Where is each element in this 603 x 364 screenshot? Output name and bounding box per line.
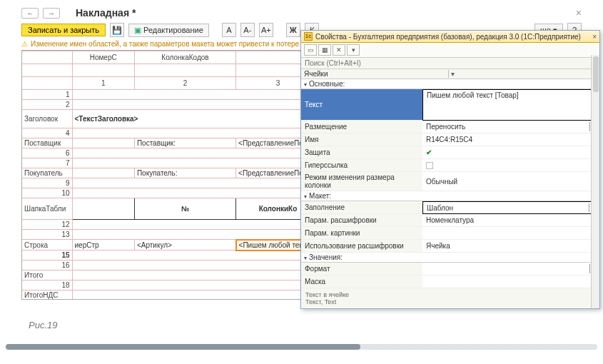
rowgrp-total[interactable]: Итого (22, 271, 72, 280)
col-2[interactable]: 2 (134, 77, 235, 90)
prop-fmt-value[interactable]: … (422, 263, 599, 275)
prop-name-label: Имя (301, 133, 422, 146)
warning-icon: ⚠ (21, 40, 28, 48)
rowgrp-head[interactable]: Заголовок (22, 110, 72, 128)
prop-decp-value[interactable]: Номенклатура (422, 214, 599, 227)
prop-fill-label: Заполнение (301, 201, 422, 214)
row-18[interactable]: 18 (22, 280, 72, 290)
row-13[interactable]: 13 (22, 230, 72, 240)
font-bigger[interactable]: A+ (259, 23, 273, 37)
prop-decp-label: Парам. расшифровки (301, 214, 422, 227)
row-12[interactable]: 12 (22, 220, 72, 230)
section-layout[interactable]: Макет: (301, 191, 599, 201)
pal-tool-2[interactable]: ▦ (318, 44, 331, 56)
close-icon[interactable]: × (576, 7, 582, 19)
prop-use-value[interactable]: Ячейка (422, 240, 599, 253)
prop-protect-label: Защита (301, 146, 422, 159)
font-smaller[interactable]: A- (240, 23, 255, 37)
save-icon[interactable]: 💾 (110, 23, 124, 37)
prop-colmode-value[interactable]: Обычный (422, 172, 599, 191)
h-scrollbar[interactable] (6, 344, 597, 350)
cell-r14a[interactable]: иерСтр (72, 240, 134, 251)
figure-caption: Рис.19 (29, 320, 582, 330)
band-kod: КолонкаКодов (134, 51, 235, 64)
pal-tool-1[interactable]: ▭ (304, 44, 317, 56)
section-values[interactable]: Значения: (301, 253, 599, 263)
prop-fmt-label: Формат (301, 263, 422, 275)
prop-name-value[interactable]: R14C4:R15C4 (422, 133, 599, 146)
rowgrp-supplier[interactable]: Поставщик (22, 138, 72, 148)
cell-supplier-lab[interactable]: Поставщик: (134, 138, 235, 148)
prop-mask-value[interactable] (422, 275, 599, 288)
palette-scope[interactable]: Ячейки▾ (301, 69, 599, 79)
rowgrp-row[interactable]: Строка (22, 240, 72, 251)
col-1[interactable]: 1 (72, 77, 134, 90)
row-6[interactable]: 6 (22, 148, 72, 158)
prop-link-value[interactable] (422, 159, 599, 172)
section-main[interactable]: Основные: (301, 79, 599, 89)
edit-button[interactable]: ▣Редактирование (128, 24, 209, 37)
page-title: Накладная * (76, 7, 136, 19)
prop-fill-value[interactable]: Шаблон▾ (422, 201, 599, 214)
rowgrp-nds[interactable]: ИтогоНДС (22, 290, 72, 300)
warning-text: Изменение имен областей, а также парамет… (31, 40, 330, 48)
prop-mask-label: Маска (301, 275, 422, 288)
palette-title: Свойства - Бухгалтерия предприятия (базо… (315, 33, 581, 41)
properties-panel[interactable]: 1c Свойства - Бухгалтерия предприятия (б… (300, 30, 600, 309)
cell-r14b[interactable]: <Артикул> (134, 240, 235, 251)
palette-close-icon[interactable]: × (592, 33, 597, 41)
prop-placement-value[interactable]: Переносить▾ (422, 121, 599, 133)
band-nomers: НомерС (72, 51, 134, 64)
nav-forward[interactable]: → (43, 8, 60, 19)
prop-placement-label: Размещение (301, 121, 422, 133)
row-2[interactable]: 2 (22, 100, 72, 110)
palette-scrollbar[interactable] (591, 55, 599, 308)
pal-tool-4[interactable]: ▾ (347, 44, 360, 56)
prop-link-label: Гиперссылка (301, 159, 422, 172)
row-9[interactable]: 9 (22, 178, 72, 188)
hdr-no[interactable]: № (134, 198, 235, 220)
rowgrp-buyer[interactable]: Покупатель (22, 168, 72, 178)
pal-tool-3[interactable]: ✕ (333, 44, 345, 56)
prop-colmode-label: Режим изменения размера колонки (301, 172, 422, 191)
prop-text-label: Текст (301, 89, 422, 121)
prop-protect-value[interactable]: ✔ (422, 146, 599, 159)
row-1[interactable]: 1 (22, 90, 72, 100)
palette-search[interactable] (304, 59, 597, 68)
palette-footer: Текст в ячейкеТекст, Text (301, 288, 599, 308)
row-4[interactable]: 4 (22, 128, 72, 138)
save-close-button[interactable]: Записать и закрыть (21, 24, 106, 36)
prop-pic-value[interactable] (422, 227, 599, 240)
prop-text-value[interactable]: Пишем любой текст [Товар] (422, 89, 599, 121)
prop-pic-label: Парам. картинки (301, 227, 422, 240)
cell-buyer-lab[interactable]: Покупатель: (134, 168, 235, 178)
nav-back[interactable]: ← (21, 8, 39, 19)
rowgrp-thead[interactable]: ШапкаТабли (22, 198, 72, 220)
row-16[interactable]: 16 (22, 261, 72, 271)
font-a[interactable]: A (222, 23, 236, 37)
row-10[interactable]: 10 (22, 188, 72, 198)
prop-use-label: Использование расшифровки (301, 240, 422, 253)
bold-button[interactable]: Ж (286, 23, 300, 37)
app-icon: 1c (304, 32, 313, 41)
row-15[interactable]: 15 (22, 251, 72, 261)
row-7[interactable]: 7 (22, 158, 72, 168)
